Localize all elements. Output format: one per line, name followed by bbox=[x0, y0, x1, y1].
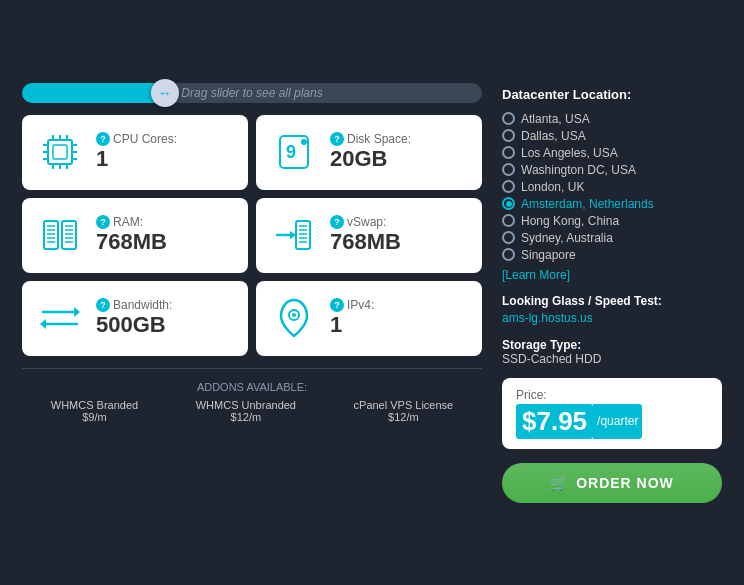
slider-label: Drag slider to see all plans bbox=[22, 86, 482, 100]
addon-cpanel-price: $12/m bbox=[388, 411, 419, 423]
location-los-angeles-label: Los Angeles, USA bbox=[521, 146, 618, 160]
cpu-icon bbox=[36, 128, 84, 176]
cpu-help-icon[interactable]: ? bbox=[96, 132, 110, 146]
vswap-help-icon[interactable]: ? bbox=[330, 215, 344, 229]
location-amsterdam[interactable]: Amsterdam, Netherlands bbox=[502, 197, 722, 211]
cpu-label: ? CPU Cores: bbox=[96, 132, 177, 146]
vswap-value: 768MB bbox=[330, 229, 401, 255]
location-dallas[interactable]: Dallas, USA bbox=[502, 129, 722, 143]
radio-hong-kong[interactable] bbox=[502, 214, 515, 227]
ram-help-icon[interactable]: ? bbox=[96, 215, 110, 229]
storage-block: Storage Type: SSD-Cached HDD bbox=[502, 338, 722, 366]
addons-divider bbox=[22, 368, 482, 369]
looking-glass-link[interactable]: ams-lg.hostus.us bbox=[502, 311, 593, 325]
ram-value: 768MB bbox=[96, 229, 167, 255]
slider-track[interactable]: Drag slider to see all plans bbox=[22, 83, 482, 103]
disk-help-icon[interactable]: ? bbox=[330, 132, 344, 146]
disk-label: ? Disk Space: bbox=[330, 132, 411, 146]
location-atlanta[interactable]: Atlanta, USA bbox=[502, 112, 722, 126]
svg-marker-40 bbox=[40, 319, 46, 329]
disk-value: 20GB bbox=[330, 146, 411, 172]
bandwidth-value: 500GB bbox=[96, 312, 172, 338]
location-los-angeles[interactable]: Los Angeles, USA bbox=[502, 146, 722, 160]
looking-glass-label: Looking Glass / Speed Test: bbox=[502, 294, 722, 308]
left-panel: Drag slider to see all plans bbox=[22, 83, 482, 503]
vswap-icon bbox=[270, 211, 318, 259]
location-amsterdam-label: Amsterdam, Netherlands bbox=[521, 197, 654, 211]
price-box: Price: $7.95 /quarter bbox=[502, 378, 722, 449]
radio-atlanta[interactable] bbox=[502, 112, 515, 125]
price-label: Price: bbox=[516, 388, 708, 402]
ram-card: ? RAM: 768MB bbox=[22, 198, 248, 273]
cpu-value: 1 bbox=[96, 146, 177, 172]
location-hong-kong-label: Hong Kong, China bbox=[521, 214, 619, 228]
location-washington[interactable]: Washington DC, USA bbox=[502, 163, 722, 177]
addon-whmcs-branded[interactable]: WHMCS Branded $9/m bbox=[51, 399, 138, 423]
cart-icon: 🛒 bbox=[550, 475, 568, 491]
location-atlanta-label: Atlanta, USA bbox=[521, 112, 590, 126]
vswap-card: ? vSwap: 768MB bbox=[256, 198, 482, 273]
location-sydney[interactable]: Sydney, Australia bbox=[502, 231, 722, 245]
radio-amsterdam[interactable] bbox=[502, 197, 515, 210]
disk-card: 9 ? Disk Space: 20GB bbox=[256, 115, 482, 190]
price-row: $7.95 /quarter bbox=[516, 404, 708, 439]
radio-sydney[interactable] bbox=[502, 231, 515, 244]
addons-row: WHMCS Branded $9/m WHMCS Unbranded $12/m… bbox=[22, 399, 482, 423]
location-london-label: London, UK bbox=[521, 180, 584, 194]
radio-singapore[interactable] bbox=[502, 248, 515, 261]
addon-cpanel[interactable]: cPanel VPS License $12/m bbox=[354, 399, 454, 423]
ram-info: ? RAM: 768MB bbox=[96, 215, 167, 255]
location-dallas-label: Dallas, USA bbox=[521, 129, 586, 143]
radio-los-angeles[interactable] bbox=[502, 146, 515, 159]
bandwidth-icon bbox=[36, 294, 84, 342]
radio-washington[interactable] bbox=[502, 163, 515, 176]
cpu-card: ? CPU Cores: 1 bbox=[22, 115, 248, 190]
bandwidth-info: ? Bandwidth: 500GB bbox=[96, 298, 172, 338]
location-washington-label: Washington DC, USA bbox=[521, 163, 636, 177]
slider-thumb[interactable] bbox=[151, 79, 179, 107]
specs-grid: ? CPU Cores: 1 9 ? bbox=[22, 115, 482, 356]
radio-london[interactable] bbox=[502, 180, 515, 193]
order-now-button[interactable]: 🛒 ORDER NOW bbox=[502, 463, 722, 503]
disk-icon: 9 bbox=[270, 128, 318, 176]
svg-text:9: 9 bbox=[286, 142, 296, 162]
addons-section: ADDONS AVAILABLE: WHMCS Branded $9/m WHM… bbox=[22, 381, 482, 423]
ram-icon bbox=[36, 211, 84, 259]
ipv4-value: 1 bbox=[330, 312, 374, 338]
storage-label: Storage Type: bbox=[502, 338, 722, 352]
ipv4-label: ? IPv4: bbox=[330, 298, 374, 312]
svg-point-42 bbox=[292, 313, 296, 317]
datacenter-title: Datacenter Location: bbox=[502, 87, 722, 102]
location-sydney-label: Sydney, Australia bbox=[521, 231, 613, 245]
slider-row: Drag slider to see all plans bbox=[22, 83, 482, 103]
vswap-info: ? vSwap: 768MB bbox=[330, 215, 401, 255]
bandwidth-help-icon[interactable]: ? bbox=[96, 298, 110, 312]
radio-dallas[interactable] bbox=[502, 129, 515, 142]
addon-whmcs-branded-name: WHMCS Branded bbox=[51, 399, 138, 411]
ipv4-card: ? IPv4: 1 bbox=[256, 281, 482, 356]
location-london[interactable]: London, UK bbox=[502, 180, 722, 194]
addon-whmcs-unbranded-name: WHMCS Unbranded bbox=[196, 399, 296, 411]
svg-point-16 bbox=[301, 139, 307, 145]
addons-title: ADDONS AVAILABLE: bbox=[22, 381, 482, 393]
price-period: /quarter bbox=[593, 404, 642, 439]
svg-marker-38 bbox=[74, 307, 80, 317]
addon-whmcs-unbranded[interactable]: WHMCS Unbranded $12/m bbox=[196, 399, 296, 423]
disk-info: ? Disk Space: 20GB bbox=[330, 132, 411, 172]
looking-glass-block: Looking Glass / Speed Test: ams-lg.hostu… bbox=[502, 294, 722, 326]
order-now-label: ORDER NOW bbox=[576, 475, 674, 491]
location-singapore[interactable]: Singapore bbox=[502, 248, 722, 262]
location-hong-kong[interactable]: Hong Kong, China bbox=[502, 214, 722, 228]
ipv4-help-icon[interactable]: ? bbox=[330, 298, 344, 312]
bandwidth-label: ? Bandwidth: bbox=[96, 298, 172, 312]
vswap-label: ? vSwap: bbox=[330, 215, 401, 229]
datacenter-radio-group: Atlanta, USA Dallas, USA Los Angeles, US… bbox=[502, 112, 722, 262]
storage-value: SSD-Cached HDD bbox=[502, 352, 722, 366]
ipv4-info: ? IPv4: 1 bbox=[330, 298, 374, 338]
addon-whmcs-unbranded-price: $12/m bbox=[231, 411, 262, 423]
addon-cpanel-name: cPanel VPS License bbox=[354, 399, 454, 411]
learn-more-link[interactable]: [Learn More] bbox=[502, 268, 722, 282]
svg-rect-1 bbox=[53, 145, 67, 159]
addon-whmcs-branded-price: $9/m bbox=[82, 411, 106, 423]
location-singapore-label: Singapore bbox=[521, 248, 576, 262]
